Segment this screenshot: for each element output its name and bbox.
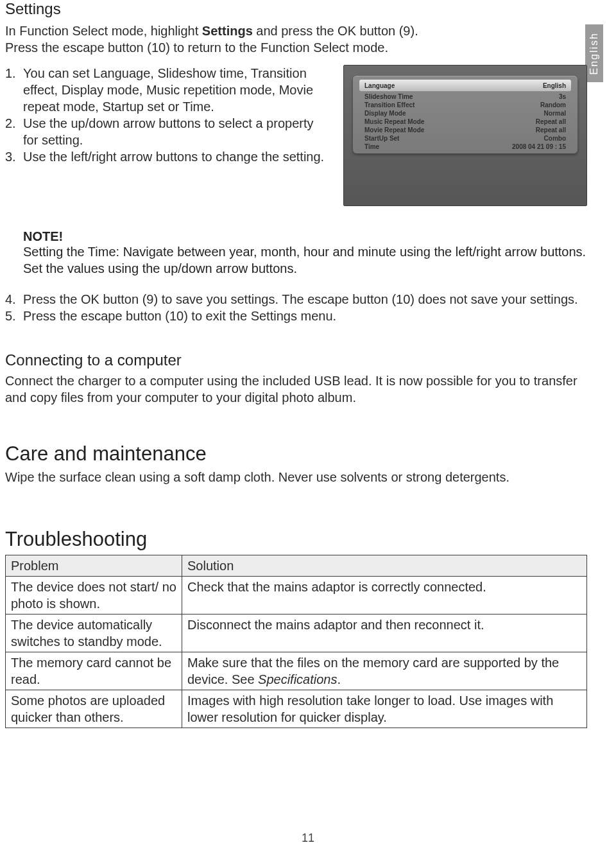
step-1: 1.You can set Language, Slideshow time, … xyxy=(23,65,332,115)
note-title: NOTE! xyxy=(23,229,587,244)
step-3: 3.Use the left/right arrow buttons to ch… xyxy=(23,148,332,165)
troubleshooting-table: Problem Solution The device does not sta… xyxy=(5,555,587,728)
th-problem: Problem xyxy=(6,555,182,577)
settings-row: Music Repeat ModeRepeat all xyxy=(359,118,571,126)
care-heading: Care and maintenance xyxy=(5,442,587,466)
settings-row: Transition EffectRandom xyxy=(359,101,571,109)
table-row: The device automatically switches to sta… xyxy=(6,615,587,652)
table-row: The memory card cannot be read. Make sur… xyxy=(6,652,587,690)
language-tab: English xyxy=(585,24,603,82)
settings-intro: In Function Select mode, highlight Setti… xyxy=(5,23,587,56)
table-header-row: Problem Solution xyxy=(6,555,587,577)
settings-row: Slideshow Time3s xyxy=(359,92,571,101)
settings-heading: Settings xyxy=(5,0,587,18)
settings-steps-b: 4.Press the OK button (9) to save you se… xyxy=(5,291,587,324)
note-text: Setting the Time: Navigate between year,… xyxy=(23,244,587,277)
note-block: NOTE! Setting the Time: Navigate between… xyxy=(5,229,587,277)
table-row: Some photos are uploaded quicker than ot… xyxy=(6,690,587,728)
settings-row-selected: Language English xyxy=(359,80,571,91)
settings-panel: Language English Slideshow Time3s Transi… xyxy=(353,76,578,153)
step-4: 4.Press the OK button (9) to save you se… xyxy=(23,291,587,308)
care-text: Wipe the surface clean using a soft damp… xyxy=(5,469,587,486)
step-5: 5.Press the escape button (10) to exit t… xyxy=(23,308,587,324)
settings-steps-a: 1.You can set Language, Slideshow time, … xyxy=(5,65,332,165)
step-2: 2.Use the up/down arrow buttons to selec… xyxy=(23,115,332,148)
th-solution: Solution xyxy=(182,555,587,577)
page-number: 11 xyxy=(0,832,616,845)
language-tab-label: English xyxy=(588,32,600,74)
connecting-text: Connect the charger to a computer using … xyxy=(5,373,587,406)
table-row: The device does not start/ no photo is s… xyxy=(6,577,587,615)
settings-row: StartUp SetCombo xyxy=(359,134,571,143)
settings-row: Display ModeNormal xyxy=(359,109,571,118)
settings-screenshot: Language English Slideshow Time3s Transi… xyxy=(343,65,587,206)
settings-row: Movie Repeat ModeRepeat all xyxy=(359,126,571,134)
connecting-heading: Connecting to a computer xyxy=(5,351,587,369)
settings-row: Time2008 04 21 09 : 15 xyxy=(359,143,571,151)
troubleshooting-heading: Troubleshooting xyxy=(5,528,587,551)
